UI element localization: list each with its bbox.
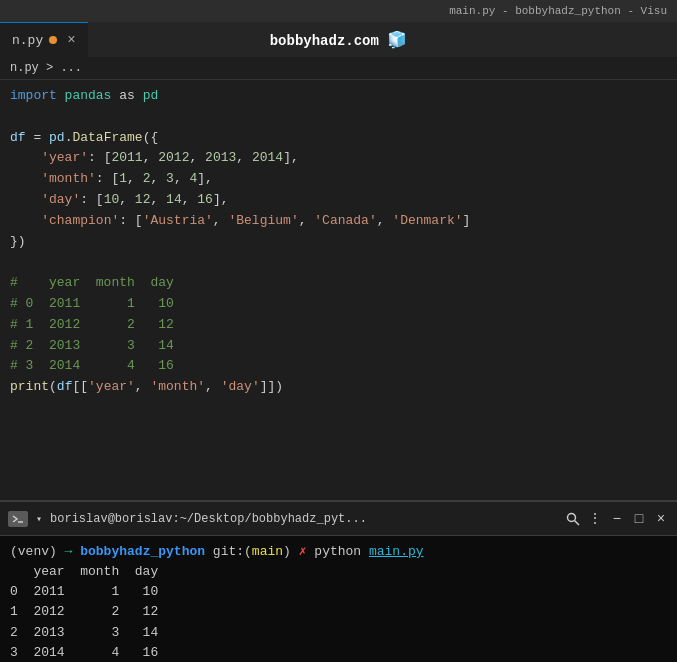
terminal-tab-bar: ▾ borislav@borislav:~/Desktop/bobbyhadz_…: [0, 502, 677, 536]
code-line-close-brace: }): [0, 232, 677, 253]
svg-line-2: [575, 520, 580, 525]
terminal-output-row-3: 3 2014 4 16: [10, 643, 667, 662]
code-line-blank1: [0, 107, 677, 128]
svg-point-1: [568, 513, 576, 521]
window-title: main.py - bobbyhadz_python - Visu: [449, 5, 667, 17]
as-keyword: as: [111, 86, 142, 107]
code-line-print: print(df[['year', 'month', 'day']]): [0, 377, 677, 398]
terminal-output-row-0: 0 2011 1 10: [10, 582, 667, 602]
terminal-more-button[interactable]: ⋮: [587, 511, 603, 527]
terminal-dropdown-icon[interactable]: ▾: [36, 513, 42, 525]
str-champion: 'champion': [41, 211, 119, 232]
terminal-command-line: (venv) → bobbyhadz_python git:(main) ✗ p…: [10, 542, 667, 562]
title-bar: main.py - bobbyhadz_python - Visu: [0, 0, 677, 22]
breadcrumb: n.py > ...: [0, 57, 677, 80]
breadcrumb-text: n.py > ...: [10, 61, 82, 75]
terminal-close-button[interactable]: ×: [653, 511, 669, 527]
code-line-import: import pandas as pd: [0, 86, 677, 107]
code-line-blank2: [0, 252, 677, 273]
code-line-champion: 'champion': ['Austria', 'Belgium', 'Cana…: [0, 211, 677, 232]
modified-indicator: [49, 36, 57, 44]
str-year: 'year': [41, 148, 88, 169]
terminal-output-header: year month day: [10, 562, 667, 582]
code-line-comment-0: # 0 2011 1 10: [0, 294, 677, 315]
var-pd: pd: [49, 128, 65, 149]
terminal-icon: [8, 511, 28, 527]
kw-import: import: [10, 86, 65, 107]
str-day: 'day': [41, 190, 80, 211]
module-pandas: pandas: [65, 86, 112, 107]
tab-bar: n.py × bobbyhadz.com 🧊: [0, 22, 677, 57]
terminal-output-row-2: 2 2013 3 14: [10, 623, 667, 643]
code-line-comment-1: # 1 2012 2 12: [0, 315, 677, 336]
terminal-maximize-button[interactable]: □: [631, 511, 647, 527]
code-line-day: 'day': [10, 12, 14, 16],: [0, 190, 677, 211]
alias-pd: pd: [143, 86, 159, 107]
tab-close-button[interactable]: ×: [67, 32, 75, 48]
code-line-df-assign: df = pd.DataFrame({: [0, 128, 677, 149]
terminal-search-button[interactable]: [565, 511, 581, 527]
code-line-comment-3: # 3 2014 4 16: [0, 356, 677, 377]
fn-print: print: [10, 377, 49, 398]
terminal-body[interactable]: (venv) → bobbyhadz_python git:(main) ✗ p…: [0, 536, 677, 662]
terminal-actions: ⋮ − □ ×: [565, 511, 669, 527]
tab-filename: n.py: [12, 33, 43, 48]
code-line-comment-2: # 2 2013 3 14: [0, 336, 677, 357]
terminal-session-title: borislav@borislav:~/Desktop/bobbyhadz_py…: [50, 512, 557, 526]
terminal-script-name: main.py: [369, 542, 424, 562]
code-line-month: 'month': [1, 2, 3, 4],: [0, 169, 677, 190]
editor-tab[interactable]: n.py ×: [0, 22, 88, 57]
code-line-year: 'year': [2011, 2012, 2013, 2014],: [0, 148, 677, 169]
cube-icon: 🧊: [387, 32, 407, 50]
terminal-minimize-button[interactable]: −: [609, 511, 625, 527]
var-df: df: [10, 128, 26, 149]
code-editor: import pandas as pd df = pd.DataFrame({ …: [0, 80, 677, 500]
fn-dataframe: DataFrame: [72, 128, 142, 149]
site-name: bobbyhadz.com: [270, 33, 379, 49]
editor-center-title: bobbyhadz.com 🧊: [270, 30, 408, 50]
terminal: ▾ borislav@borislav:~/Desktop/bobbyhadz_…: [0, 500, 677, 662]
terminal-output-row-1: 1 2012 2 12: [10, 602, 667, 622]
code-line-comment-header: # year month day: [0, 273, 677, 294]
str-month: 'month': [41, 169, 96, 190]
